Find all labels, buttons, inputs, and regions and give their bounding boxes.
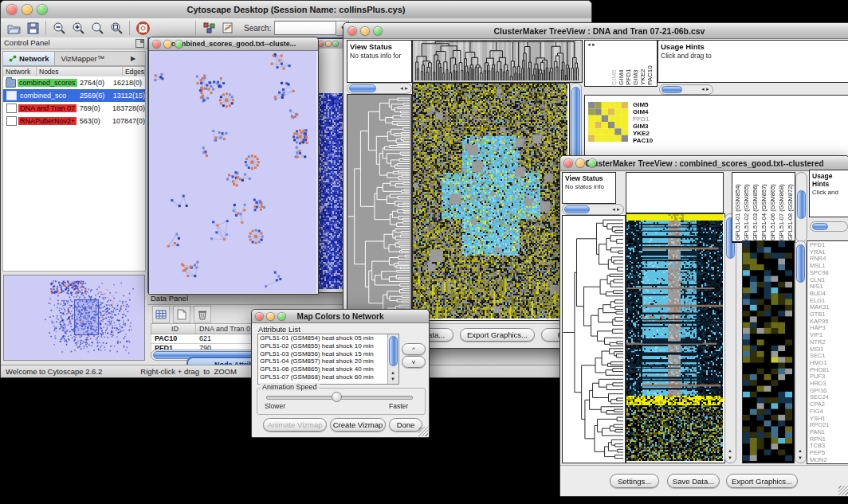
close-icon[interactable] bbox=[7, 5, 17, 14]
scrollbar-thumb[interactable] bbox=[812, 223, 828, 230]
gene-row-label[interactable]: GIM4 bbox=[633, 108, 653, 115]
gene-column-label[interactable]: GIM3 bbox=[632, 41, 639, 85]
network-list-row[interactable]: RNAPuberNov2+ 563(0) 107847(0) bbox=[3, 115, 145, 127]
resize-grip[interactable] bbox=[418, 427, 428, 436]
gene-row-label[interactable]: PFD1 bbox=[633, 115, 653, 123]
dendrogram-hscrollbar[interactable]: ◄► bbox=[562, 204, 624, 215]
more-tabs-button[interactable]: ▶ bbox=[121, 52, 145, 65]
scrollbar-thumb[interactable] bbox=[662, 86, 682, 93]
gene-row-label[interactable]: GIM5 bbox=[633, 101, 653, 108]
close-icon[interactable] bbox=[256, 313, 263, 320]
row-dendrogram-canvas[interactable] bbox=[347, 95, 410, 318]
tab-vizmapper[interactable]: VizMapper™ bbox=[55, 52, 110, 65]
network-view-titlebar[interactable]: combined_scores_good.txt--cluste... bbox=[149, 37, 318, 51]
column-dendrogram-box[interactable] bbox=[626, 172, 724, 213]
array-column-label[interactable]: GPL51-07 (GSM868) bbox=[778, 174, 787, 240]
minimize-icon[interactable] bbox=[267, 313, 274, 320]
zoom-in-button[interactable] bbox=[69, 20, 88, 36]
new-attribute-button[interactable] bbox=[173, 306, 190, 323]
main-titlebar[interactable]: Cytoscape Desktop (Session Name: collins… bbox=[1, 1, 591, 19]
heatmap-global-box[interactable] bbox=[412, 83, 570, 321]
zoom-window-icon[interactable] bbox=[588, 159, 596, 167]
attribute-list-item[interactable]: GPL51-02 (GSM855) heat shock 10 min bbox=[258, 342, 398, 350]
attribute-list-item[interactable]: GPL51-03 (GSM856) heat shock 15 min bbox=[258, 350, 398, 358]
network-list-row[interactable]: DNA and Tran 07 769(0) 183728(0) bbox=[3, 102, 145, 115]
minimize-icon[interactable] bbox=[326, 41, 331, 46]
scroll-arrows-icon[interactable]: ◄► bbox=[701, 87, 710, 92]
annotation-button[interactable] bbox=[218, 20, 238, 36]
heatmap-zoom-box[interactable] bbox=[742, 240, 795, 463]
array-column-label[interactable]: GPL51-04 (GSM857) bbox=[760, 174, 769, 240]
tab-network[interactable]: Network bbox=[3, 52, 55, 65]
open-session-button[interactable] bbox=[4, 20, 23, 36]
map-colors-titlebar[interactable]: Map Colors to Network bbox=[252, 310, 429, 323]
zoom-window-icon[interactable] bbox=[37, 5, 47, 14]
row-dendrogram-box[interactable] bbox=[347, 94, 412, 321]
dendrogram-hscrollbar[interactable]: ◄► bbox=[347, 83, 412, 94]
heatmap-global-canvas[interactable] bbox=[626, 214, 723, 461]
slider-thumb[interactable] bbox=[332, 392, 342, 402]
array-column-label[interactable]: GPL51-02 (GSM855) bbox=[743, 174, 752, 240]
search-input[interactable] bbox=[274, 21, 336, 35]
similarity-matrix-canvas[interactable] bbox=[588, 102, 628, 142]
minimize-icon[interactable] bbox=[164, 41, 171, 48]
help-button[interactable] bbox=[133, 20, 152, 36]
scrollbar-thumb[interactable] bbox=[349, 84, 376, 92]
attribute-grid-button[interactable] bbox=[152, 306, 170, 323]
scrollbar-thumb[interactable] bbox=[796, 244, 805, 283]
zoom-fit-button[interactable] bbox=[107, 20, 126, 36]
close-icon[interactable] bbox=[564, 159, 572, 167]
gene-column-label[interactable]: YKE2 bbox=[639, 41, 646, 85]
scroll-up-icon[interactable]: ▲ bbox=[728, 448, 732, 453]
close-icon[interactable] bbox=[153, 41, 160, 48]
zoom-window-icon[interactable] bbox=[333, 41, 338, 46]
float-panel-icon[interactable] bbox=[135, 39, 144, 48]
birds-eye-view[interactable] bbox=[3, 275, 145, 361]
export-graphics-button[interactable]: Export Graphics... bbox=[460, 328, 535, 342]
scrollbar-thumb[interactable] bbox=[564, 205, 590, 213]
usage-hscrollbar[interactable] bbox=[810, 221, 848, 232]
array-column-label[interactable]: GPL51-06 (GSM865) bbox=[769, 174, 778, 240]
gene-column-label[interactable]: GIM4 bbox=[618, 41, 625, 85]
close-icon[interactable] bbox=[319, 41, 324, 46]
gene-row-label[interactable]: GIM3 bbox=[633, 123, 653, 130]
done-button[interactable]: Done bbox=[389, 418, 422, 432]
export-graphics-button[interactable]: Export Graphics... bbox=[726, 474, 798, 488]
scrollbar-thumb[interactable] bbox=[389, 336, 398, 366]
network-canvas[interactable] bbox=[149, 51, 316, 293]
usage-hscrollbar[interactable]: ◄► bbox=[659, 84, 713, 95]
attribute-list-item[interactable]: GPL51-06 (GSM865) heat shock 40 min bbox=[258, 365, 398, 373]
array-column-label[interactable]: GPL51-03 (GSM856) bbox=[752, 174, 760, 240]
scrollbar-thumb[interactable] bbox=[797, 190, 806, 219]
array-column-label[interactable]: GPL51-08 (GSM872) bbox=[787, 174, 795, 240]
animate-vizmap-button[interactable]: Animate Vizmap bbox=[263, 418, 327, 432]
minimize-icon[interactable] bbox=[22, 5, 32, 14]
save-session-button[interactable] bbox=[23, 20, 42, 36]
column-dendrogram-box[interactable] bbox=[412, 40, 583, 83]
list-vscrollbar[interactable]: ▲ ▼ bbox=[387, 334, 398, 384]
matrix-canvas[interactable] bbox=[316, 93, 345, 289]
network-list-row[interactable]: combined_scores 2764(0) 16218(0) bbox=[3, 76, 145, 89]
gene-row-label[interactable]: YKE2 bbox=[633, 130, 653, 137]
move-up-button[interactable]: ^ bbox=[402, 343, 426, 355]
settings-button[interactable]: Settings... bbox=[610, 474, 659, 488]
close-icon[interactable] bbox=[348, 27, 356, 35]
scroll-arrows-icon[interactable]: ◄► bbox=[611, 207, 621, 212]
heatmap-vscrollbar[interactable]: ▲ ▼ bbox=[724, 213, 736, 463]
minimize-icon[interactable] bbox=[361, 27, 369, 35]
treeview-combined-titlebar[interactable]: ClusterMaker TreeView : combined_scores_… bbox=[560, 156, 848, 171]
zoom-window-icon[interactable] bbox=[374, 27, 382, 35]
treeview-dna-titlebar[interactable]: ClusterMaker TreeView : DNA and Tran 07-… bbox=[344, 23, 848, 39]
scroll-up-icon[interactable]: ▲ bbox=[391, 370, 395, 375]
zoom-window-icon[interactable] bbox=[175, 41, 183, 48]
gene-column-label[interactable]: GIM5 bbox=[610, 41, 618, 85]
gene-column-label[interactable]: PFD1 bbox=[625, 41, 632, 85]
scroll-down-icon[interactable]: ▼ bbox=[728, 455, 732, 460]
delete-attribute-button[interactable] bbox=[194, 306, 211, 323]
gene-list-item[interactable]: MON2 bbox=[810, 457, 848, 464]
gene-row-label[interactable]: PAC10 bbox=[633, 137, 653, 144]
row-dendrogram-box[interactable] bbox=[562, 215, 626, 463]
birds-eye-canvas[interactable] bbox=[4, 275, 143, 358]
zoom-window-icon[interactable] bbox=[278, 313, 285, 320]
vizmapper-shortcut-button[interactable] bbox=[199, 20, 218, 36]
